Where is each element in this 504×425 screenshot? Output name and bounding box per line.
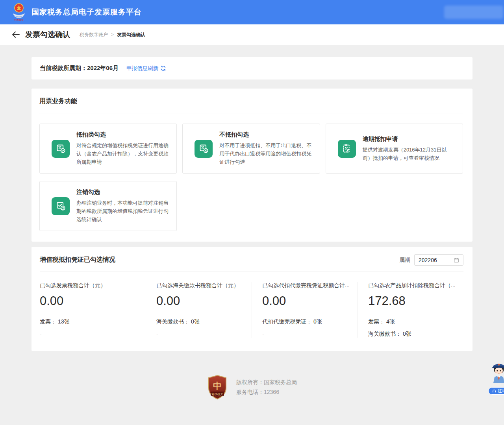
function-card-desc: 对符合规定的增值税扣税凭证进行用途确认（含农产品加计扣除），支持变更税款所属期申… [76,141,169,166]
stat-value: 0.00 [40,294,141,308]
service-phone-text: 服务电话：12366 [236,387,297,397]
breadcrumb-item-current: 发票勾选确认 [117,31,145,38]
logo-caption: 中国税务 [14,18,24,22]
back-arrow-icon[interactable] [12,31,20,38]
refresh-declaration-link[interactable]: 申报信息刷新 [126,65,166,72]
functions-section: 用票业务功能 抵扣类勾选 对符合规定的增值税扣税凭证进行用途确认（含农产品加计扣… [32,89,472,242]
function-card-text: 抵扣类勾选 对符合规定的增值税扣税凭证进行用途确认（含农产品加计扣除），支持变更… [76,131,169,166]
assistant-widget: 征纳互动 [488,359,504,395]
no-deduction-check-icon [195,140,213,158]
app-header: 中国税务 国家税务总局电子发票服务平台 [0,0,504,24]
summary-section-title: 增值税抵扣凭证已勾选情况 [40,256,115,264]
breadcrumb-separator: > [111,32,114,37]
function-card-title: 抵扣类勾选 [76,131,169,139]
stat-value: 172.68 [368,294,459,308]
function-card-no-deduction-check[interactable]: 不抵扣勾选 对不用于进项抵扣、不用于出口退税、不用于代办出口退税等用途的增值税扣… [182,124,320,174]
user-info-blurred[interactable] [444,6,503,19]
svg-text:中: 中 [213,381,222,391]
period-date-input[interactable]: 202206 [414,254,463,266]
assistant-badge-label: 征纳互动 [498,388,504,394]
stat-detail: - [156,331,247,337]
stat-detail: - [40,331,141,337]
app-title: 国家税务总局电子发票服务平台 [32,7,142,17]
function-card-text: 不抵扣勾选 对不用于进项抵扣、不用于出口退税、不用于代办出口退税等用途的增值税扣… [219,131,312,166]
stat-detail: 海关缴款书： 0张 [368,331,459,338]
stat-value: 0.00 [156,294,247,308]
period-date-value: 202206 [419,257,437,263]
period-picker: 属期 202206 [399,254,463,266]
function-card-text: 逾期抵扣申请 提供对逾期发票（2016年12月31日以前）抵扣的申请，可查看审核… [363,135,456,162]
period-value: 2022年06月 [87,65,119,72]
divider [39,113,463,113]
main-content: 当前税款所属期： 2022年06月 申报信息刷新 用票业务功能 [0,45,504,422]
shield-badge-text: 党政机关 [211,392,224,396]
stat-withholding-tax-total: 已勾选代扣代缴完税凭证税额合计... 0.00 代扣代缴完税凭证： 0张 - [252,282,358,338]
stat-label: 已勾选发票税额合计（元） [40,282,141,289]
function-card-cancellation-check[interactable]: 注销勾选 办理注销业务时，本功能可提前对注销当期的税款所属期的增值税扣税凭证进行… [39,181,177,231]
deduction-check-icon [52,140,70,158]
government-shield-badge: 中 党政机关 [207,375,228,400]
stat-label: 已勾选代扣代缴完税凭证税额合计... [262,282,353,289]
cancellation-check-icon [52,197,70,215]
stat-value: 0.00 [262,294,353,308]
functions-grid: 抵扣类勾选 对符合规定的增值税扣税凭证进行用途确认（含农产品加计扣除），支持变更… [39,124,463,231]
function-card-desc: 办理注销业务时，本功能可提前对注销当期的税款所属期的增值税扣税凭证进行勾选统计确… [76,199,169,224]
period-picker-label: 属期 [399,257,410,264]
refresh-icon [160,65,166,71]
headset-icon [492,389,496,393]
tax-emblem-logo: 中国税务 [11,3,27,22]
function-card-title: 注销勾选 [76,188,169,196]
summary-header: 增值税抵扣凭证已勾选情况 属期 202206 [40,254,463,266]
stat-detail: 发票： 13张 [40,318,141,325]
refresh-link-label: 申报信息刷新 [126,65,158,72]
stat-detail: 海关缴款书： 0张 [156,318,247,325]
function-card-title: 逾期抵扣申请 [363,135,456,143]
stat-detail: 发票： 4张 [368,318,459,325]
stat-agri-extra-deduction-total: 已勾选农产品加计扣除税额合计（... 172.68 发票： 4张 海关缴款书： … [358,282,463,338]
interaction-assistant-badge[interactable]: 征纳互动 [488,387,504,395]
footer-texts: 版权所有：国家税务总局 服务电话：12366 [236,377,297,397]
function-card-overdue-deduction[interactable]: 逾期抵扣申请 提供对逾期发票（2016年12月31日以前）抵扣的申请，可查看审核… [326,124,463,174]
period-label: 当前税款所属期： [40,65,87,72]
calendar-icon [454,257,459,263]
current-period-card: 当前税款所属期： 2022年06月 申报信息刷新 [32,57,472,79]
stat-customs-tax-total: 已勾选海关缴款书税额合计（元） 0.00 海关缴款书： 0张 - [146,282,252,338]
vat-summary-section: 增值税抵扣凭证已勾选情况 属期 202206 已勾选发票税额合计（元） 0 [32,247,472,351]
function-card-title: 不抵扣勾选 [219,131,312,139]
stat-detail: - [262,331,353,337]
stat-label: 已勾选农产品加计扣除税额合计（... [368,282,459,289]
breadcrumb: 税务数字账户 > 发票勾选确认 [80,31,145,38]
function-card-text: 注销勾选 办理注销业务时，本功能可提前对注销当期的税款所属期的增值税扣税凭证进行… [76,188,169,224]
page-footer: 中 党政机关 版权所有：国家税务总局 服务电话：12366 [32,375,472,422]
copyright-text: 版权所有：国家税务总局 [236,377,297,387]
functions-section-title: 用票业务功能 [39,97,463,105]
stat-detail: 代扣代缴完税凭证： 0张 [262,318,353,325]
function-card-desc: 对不用于进项抵扣、不用于出口退税、不用于代办出口退税等用途的增值税扣税凭证进行勾… [219,141,312,166]
stat-label: 已勾选海关缴款书税额合计（元） [156,282,247,289]
page-title-bar: 发票勾选确认 税务数字账户 > 发票勾选确认 [0,24,504,45]
tax-officer-mascot[interactable] [490,359,504,387]
summary-stats: 已勾选发票税额合计（元） 0.00 发票： 13张 - 已勾选海关缴款书税额合计… [40,272,463,338]
breadcrumb-item[interactable]: 税务数字账户 [80,31,108,38]
overdue-deduction-icon [338,140,356,158]
function-card-deduction-check[interactable]: 抵扣类勾选 对符合规定的增值税扣税凭证进行用途确认（含农产品加计扣除），支持变更… [39,124,177,174]
function-card-desc: 提供对逾期发票（2016年12月31日以前）抵扣的申请，可查看审核情况 [363,146,456,162]
page-title: 发票勾选确认 [25,30,70,40]
stat-invoice-tax-total: 已勾选发票税额合计（元） 0.00 发票： 13张 - [40,282,146,338]
